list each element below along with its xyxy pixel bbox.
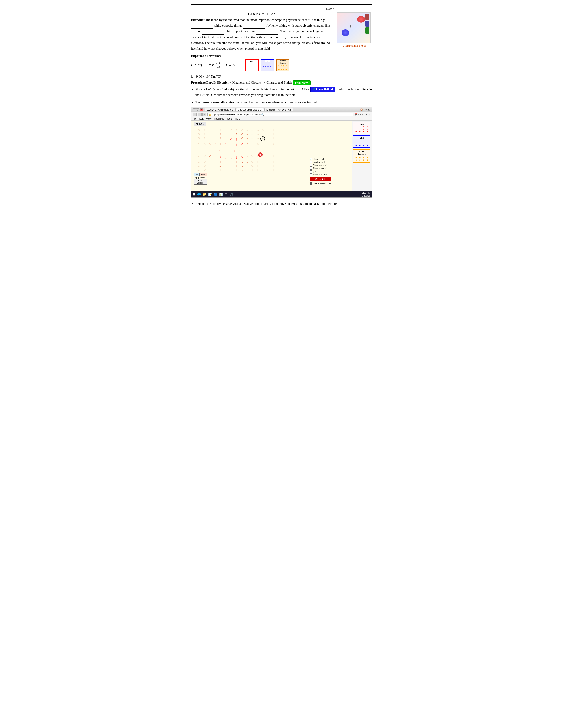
charges-sim-preview: ↗ [337,12,371,43]
positive-charge-box: 1 nC ++++ ++++ ++++ [245,59,258,71]
maximize-button[interactable]: □ [196,108,199,111]
blank-3: ____________ [202,29,224,35]
top-divider [191,4,372,5]
dashed-divider [222,127,222,191]
efield-sensor-card[interactable]: E-FieldSensors ●●●● ●●●● [353,149,371,163]
browser-tab-1[interactable]: 09. 5/24/16 Online Lab 01 and ... [205,108,235,111]
run-now-button[interactable]: Run Now! [293,80,311,85]
show-efield-button[interactable]: ✓ Show E-field [310,87,335,92]
clear-all-button[interactable]: Clear All [310,177,331,181]
positive-charge-card-label: 1 nC [354,123,369,125]
browser-window: — □ ✕ 09. 5/24/16 Online Lab 01 and ... … [191,107,372,198]
show-efield-label: Show E-field [316,88,333,91]
grid-label: grid [313,170,317,173]
show-efield-checkbox-row: ✓ Show E-field [310,158,331,160]
show-lores-v-checkbox[interactable] [310,164,312,167]
formulas-row: F = Eq F = k q1q2 d2 E = V⁄d 1 nC ++++ +… [191,59,372,71]
procedure-label: Procedure Part I: [191,81,216,84]
browser-menubar: File Edit View Favorites Tools Help [191,117,372,121]
sim-red-charge [357,16,365,23]
calender-icon: 📅 09. 5/24/16 [354,113,370,116]
show-hires-v-label: Show hi-res V [313,167,326,170]
blank-4: ____________ [256,29,278,35]
browser-tab-3[interactable]: Engrade - I Am Who I Am [264,108,294,111]
show-hires-v-checkbox[interactable] [310,167,312,170]
app-icon-1[interactable]: 📊 [219,193,223,196]
direction-only-checkbox-row: direction only [310,161,331,163]
back-button[interactable]: ← [193,113,197,116]
phet-simulation: About... + ↖↑↑↑↑↑↗↗↗→→↘↘↓↓ ↖↑↑↑↑↑↑↗↗→→↘↓… [191,121,372,191]
bottom-bullet-item: Replace the positive charge with a negat… [195,201,372,206]
clear-button[interactable]: clear [200,173,207,176]
efield-sensor-box: E-Field Sensors ●●●● ●●●● [276,59,290,71]
browser-window-controls: — □ ✕ [193,108,203,111]
formulas-section: Important Formulas: F = Eq F = k q1q2 d2… [191,54,372,71]
formula-2: F = k q1q2 d2 [205,61,222,69]
bullet-item-1: Place a 1 nC (nanoCoulomb) positive char… [195,87,372,98]
direction-only-checkbox[interactable] [310,161,312,163]
url-box[interactable]: 🔒 https://phet.colorado.edu/sims/charges… [207,113,354,116]
plot-button[interactable]: plot [194,173,199,176]
positive-charge-card-content: ++++ ++++ ++++ [354,126,369,133]
title-text-block: E-Fields PhET Lab Introduction: It can b… [191,12,332,51]
minimize-button[interactable]: — [193,108,196,111]
negative-charge-card-label: 1 nC [354,137,369,139]
name-blank: ______________________ [336,7,372,11]
sensor-card-content: ●●●● ●●●● [354,156,369,161]
windows-icon[interactable]: ⊞ [193,193,195,196]
page-title: E-Fields PhET Lab [191,12,332,16]
positive-charge-card[interactable]: 1 nC ++++ ++++ ++++ [353,122,371,134]
negative-charge-card[interactable]: 1 nC –––– –––– –––– [353,135,371,148]
word-icon[interactable]: 📝 [208,193,212,196]
show-numbers-checkbox-row: Show numbers [310,173,331,176]
show-efield-checkbox[interactable]: ✓ [310,158,312,160]
browser-titlebar: — □ ✕ 09. 5/24/16 Online Lab 01 and ... … [191,107,372,112]
grid-checkbox[interactable] [310,170,312,173]
show-lores-v-checkbox-row: Show lo-res V [310,164,331,167]
procedure-line: Procedure Part I: Electricity, Magnets, … [191,80,372,85]
phet-main-area: About... + ↖↑↑↑↑↑↗↗↗→→↘↘↓↓ ↖↑↑↑↑↑↑↗↗→→↘↓… [191,121,352,191]
sim-blue-charge [342,29,349,36]
app-icon-3[interactable]: 🎵 [229,193,233,196]
refresh-button[interactable]: ↻ [202,113,206,116]
chrome-icon[interactable]: 🔵 [214,193,217,196]
formulas-label: Important Formulas: [191,54,221,58]
formula-group: F = Eq F = k q1q2 d2 E = V⁄d [191,61,236,69]
about-button[interactable]: About... [194,122,206,126]
clock-time: 1:03 PM [362,192,370,194]
search-icon: 🔍 [261,113,264,116]
bullet-list: Place a 1 nC (nanoCoulomb) positive char… [195,87,372,105]
field-sensor[interactable] [260,136,265,141]
minus-grid: –––– –––– –––– [263,62,272,70]
show-numbers-checkbox[interactable] [310,173,312,176]
forward-button[interactable]: → [197,113,201,116]
ie-icon[interactable]: 🌐 [197,193,201,196]
show-hires-v-checkbox-row: Show hi-res V [310,167,331,170]
app-icon-2[interactable]: 🛡 [225,193,228,196]
positive-charge[interactable]: + [258,152,262,157]
menu-favorites[interactable]: Favorites [214,117,224,120]
star-icon[interactable]: ☆ [365,108,367,111]
k-exp: 9 [209,74,210,77]
sim-icon-3 [366,27,369,34]
taskbar-clock: 1:03 PM 5/24/2016 [361,191,371,197]
home-icon[interactable]: 🏠 [360,108,363,111]
gear-icon[interactable]: ⚙ [368,108,370,111]
menu-tools[interactable]: Tools [227,117,232,120]
plus-grid: ++++ ++++ ++++ [247,62,257,70]
browser-toolbar-icons: 🏠 ☆ ⚙ [360,108,370,111]
clock-date: 5/24/2016 [361,195,371,197]
name-label: Name: [326,7,335,11]
charge-icons-row: 1 nC ++++ ++++ ++++ 1 nC –––– –––– –––– … [245,59,290,71]
blank-1: ____________ [191,23,213,29]
menu-help[interactable]: Help [235,117,240,120]
speed-slider[interactable] [310,182,312,185]
bullet-2-text-1: The sensor's arrow illustrates the [195,100,239,104]
close-button[interactable]: ✕ [200,108,203,111]
url-text[interactable]: https://phet.colorado.edu/sims/charges-a… [212,113,260,116]
menu-view[interactable]: View [206,117,211,120]
browser-tab-2[interactable]: Charges and Fields 2.04 [236,108,264,111]
menu-edit[interactable]: Edit [199,117,203,120]
folder-icon[interactable]: 📁 [203,193,206,196]
menu-file[interactable]: File [193,117,197,120]
